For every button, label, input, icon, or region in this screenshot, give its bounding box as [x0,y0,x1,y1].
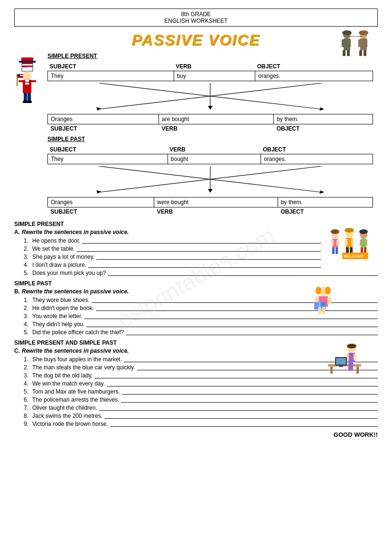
reading-girl-illustration [307,286,340,316]
answer-line [84,319,378,319]
simple-past-block: SIMPLE PAST SUBJECT VERB OBJECT They bou… [14,136,378,216]
svg-rect-93 [356,367,359,374]
sentence-text: I don't draw a picture. [32,262,86,268]
answer-line [122,394,378,395]
sp-arrow-area [47,83,373,114]
list-item: 4.We win the match every day. [24,380,378,387]
svg-point-58 [331,229,339,234]
list-item: 1.He opens the door. [24,237,321,244]
past-active-subject: They [48,154,168,164]
answer-line [86,327,378,327]
svg-rect-56 [332,247,335,254]
sentence-text: Jack swims the 200 metres. [32,413,103,419]
svg-rect-4 [342,39,344,47]
past-passive-subject-label: SUBJECT [48,207,154,216]
sentence-text: He didn't open the book. [32,305,94,311]
exercise-a-list: 1.He opens the door. 2.We set the table.… [24,237,378,276]
list-item: 5.Tom and Max ate five hamburgers. [24,388,378,395]
exercise-a-header: A. Rewrite the sentences in passive voic… [14,229,321,235]
past-active-verb: bought [168,154,261,164]
svg-rect-12 [365,39,367,47]
svg-rect-68 [360,240,362,245]
simple-present-block: ★★★ SIMPLE PRESENT SUBJECT VERB OBJECT T… [14,53,378,133]
teacher-illustration [326,343,364,377]
past-passive-subject: Oranges [48,198,154,207]
sentence-text: They didn't help you. [32,321,84,328]
svg-rect-33 [18,76,23,77]
answer-line [104,418,378,419]
exercise-a-block: SIMPLE PRESENT [14,221,378,276]
svg-marker-43 [208,106,213,110]
exercise-b-letter: B. [14,288,20,295]
page-title: PASSIVE VOICE [132,31,261,49]
exercise-c-block: SIMPLE PRESENT AND SIMPLE PAST C. Rewrit… [14,339,378,427]
exercise-c-header: C. Rewrite the sentences in passive voic… [14,348,378,354]
sentence-text: She buys four apples in the market. [32,356,122,363]
answer-line [107,386,378,386]
sentence-text: Victoria rode the brown horse. [32,421,108,427]
svg-marker-49 [208,189,213,193]
col-verb: VERB [174,62,255,71]
svg-rect-29 [31,80,36,82]
kids-illustration: WELCOME [326,226,378,263]
exercise-c-instruction: Rewrite the sentences in passive voice. [22,348,129,354]
sp-passive-object: by them. [274,114,373,124]
svg-rect-80 [327,297,331,304]
svg-marker-51 [319,190,324,194]
svg-point-77 [325,287,331,294]
past-active-object: oranges. [261,154,373,164]
sentence-text: Oliver taught the children. [32,404,97,411]
svg-rect-54 [331,240,334,245]
sp-active-verb: buy [174,71,255,81]
past-arrow-area [47,166,373,197]
sentence-text: They wore blue shoes. [32,297,90,303]
exercise-a-letter: A. [14,229,20,235]
svg-rect-38 [27,101,32,103]
svg-rect-35 [24,93,27,102]
page-wrapper: 8th GRADE ENGLISH WORKSHEET PASSIVE VOIC… [14,9,378,438]
past-passive-verb-label: VERB [154,207,278,216]
svg-rect-89 [354,354,356,360]
sentence-text: The dog bit the old lady. [32,372,93,379]
sp-passive-verb: are bought [159,114,274,124]
sp-passive-verb-label: VERB [159,124,274,133]
active-present-table: SUBJECT VERB OBJECT They buy oranges. [47,62,373,81]
col-object2: OBJECT [261,145,373,154]
past-passive-verb: were bought [154,198,278,207]
exercise-b-instruction: Rewrite the sentences in passive voice. [22,288,129,295]
answer-line [94,378,378,378]
sentence-text: Did the police officer catch the thief? [32,329,124,336]
svg-text:★★★: ★★★ [22,66,28,68]
answer-line [108,275,378,276]
sp-active-object: oranges. [255,71,373,81]
sentence-text: She pays a lot of money. [32,254,94,260]
svg-rect-98 [350,362,353,371]
svg-point-72 [359,229,368,234]
list-item: 1.She buys four apples in the market. [24,356,378,363]
svg-rect-69 [365,240,367,245]
past-passive-object-label: OBJECT [278,207,373,216]
svg-rect-16 [19,61,36,63]
sp-passive-subject: Oranges [48,114,159,124]
sentence-text: We win the match every day. [32,380,105,387]
active-past-table: SUBJECT VERB OBJECT They bought oranges. [47,145,373,164]
exercise-b-header: B. Rewrite the sentences in passive voic… [14,288,378,295]
svg-rect-28 [19,80,23,82]
exercise-c-list: 1.She buys four apples in the market. 2.… [24,356,378,427]
header-box: 8th GRADE ENGLISH WORKSHEET [14,9,378,27]
sentence-text: Tom and Max ate five hamburgers. [32,388,120,395]
svg-rect-14 [348,36,363,37]
svg-rect-85 [322,307,325,314]
svg-rect-57 [336,247,338,254]
sp-passive-object-label: OBJECT [274,124,373,133]
svg-rect-18 [22,63,33,64]
svg-point-65 [345,228,354,233]
sentence-text: The policeman arrests the thieves. [32,396,119,403]
col-subject2: SUBJECT [48,145,168,154]
svg-rect-15 [21,57,33,61]
exercise-c-letter: C. [14,348,20,354]
col-verb2: VERB [168,145,261,154]
svg-rect-11 [358,39,361,47]
exercise-a-section: SIMPLE PRESENT [14,221,378,227]
sp-active-subject: They [48,71,174,81]
